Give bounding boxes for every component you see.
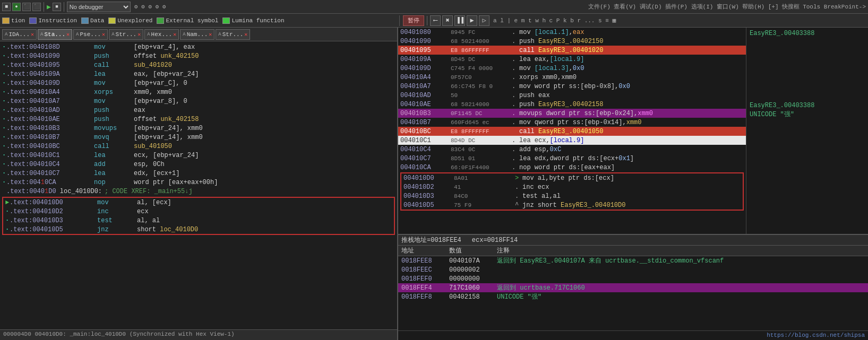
loop-row-1: ► .text:004010D0 mov al, [ecx]: [3, 198, 394, 207]
loc-label-line: .text:00401D0 loc_4010D0: ; CODE XREF: _…: [0, 187, 397, 196]
dr-row-5: 0040109D C745 F4 0000 . mov [local.3],0x…: [398, 64, 746, 73]
dr-row-9: 004010AE 68 58214000 . push EasyRE3_.004…: [398, 100, 746, 109]
debug-icon-3[interactable]: ▐▐: [454, 15, 465, 26]
left-panel: A IDA... ✕ A Sta... ✕ A Pse... ✕ A Str..…: [0, 28, 398, 340]
loop-row-2: · .text:004010D2 inc ecx: [3, 207, 394, 216]
legend-lumina: Lumina function: [222, 18, 284, 24]
legend-data: Data: [81, 18, 104, 24]
tab-ida[interactable]: A IDA... ✕: [2, 29, 37, 40]
table-row: · .text:00410CA nop word ptr [eax+eax+00…: [0, 178, 397, 187]
legend-external: External symbol: [157, 18, 218, 24]
table-row: · .text:004010B3 movups [ebp+var_24], xm…: [0, 124, 397, 133]
legend-instruction: Instruction: [29, 18, 77, 24]
toolbar-icon-1[interactable]: ■: [2, 3, 11, 11]
dr-row-13: 004010C1 8D4D DC . lea ecx,[local.9]: [398, 136, 746, 145]
dr-loop-1: 004010D0 8A01 > mov al,byte ptr ds:[ecx]: [401, 173, 743, 182]
toolbar-separator-1: [44, 2, 44, 12]
table-row: · .text:00401095 call sub_401020: [0, 60, 397, 69]
loop-row-4: · .text:004010D5 jnz short loc_4010D0: [3, 225, 394, 234]
table-row: · .text:0040108D mov [ebp+var_4], eax: [0, 42, 397, 51]
legend-unexplored: Unexplored: [108, 18, 152, 24]
reg-comment-1: EasyRE3_.00403388: [746, 29, 868, 38]
table-row: · .text:004010BC call sub_401050: [0, 142, 397, 151]
memory-header: 地址 数值 注释: [398, 246, 868, 256]
toolbar-stop[interactable]: ■: [53, 3, 61, 11]
mem-row-2: 0018FEEC 00000002: [398, 265, 868, 274]
debug-icon-1[interactable]: ⟵: [430, 15, 441, 26]
secondary-toolbar: tion Instruction Data Unexplored Externa…: [0, 14, 868, 28]
right-disasm[interactable]: 00401080 8945 FC . mov [local.1],eax 004…: [398, 28, 746, 234]
tabs-bar: A IDA... ✕ A Sta... ✕ A Pse... ✕ A Str..…: [0, 28, 397, 41]
table-row: · .text:004010AD push eax: [0, 106, 397, 115]
right-panel: 00401080 8945 FC . mov [local.1],eax 004…: [398, 28, 868, 340]
dr-row-8: 004010AD 50 . push eax: [398, 91, 746, 100]
table-row: · .text:004010A4 xorps xmm0, xmm0: [0, 88, 397, 97]
tab-pse[interactable]: A Pse... ✕: [73, 29, 108, 40]
mem-row-3: 0018FEF0 00000000: [398, 274, 868, 283]
table-row: · .text:004010A7 mov [ebp+var_8], 0: [0, 97, 397, 106]
memory-table[interactable]: 0018FEE8 0040107A 返回到 EasyRE3_.0040107A …: [398, 256, 868, 330]
dr-row-3: 00401095 E8 86FFFFFF call EasyRE3_.00401…: [398, 46, 746, 55]
table-row: · .text:0040109A lea eax, [ebp+var_24]: [0, 69, 397, 79]
right-reg-panel: EasyRE3_.00403388 EasyRE3_.00403388 UNIC…: [746, 28, 868, 234]
reg-comment-3: UNICODE "强": [746, 110, 868, 119]
dr-row-7: 004010A7 66:C745 F8 0 . mov word ptr ss:…: [398, 82, 746, 91]
dr-row-15: 004010C7 8D51 01 . lea edx,dword ptr ds:…: [398, 154, 746, 163]
dr-row-12: 004010BC E8 8FFFFFFF call EasyRE3_.00401…: [398, 127, 746, 136]
debug-icon-4[interactable]: ▶: [467, 15, 477, 26]
table-row: · .text:004010C7 lea edx, [ecx+1]: [0, 169, 397, 178]
table-row: · .text:004010C4 add esp, 0Ch: [0, 160, 397, 169]
dr-row-16: 004010CA 66:0F1F4400 . nop word ptr ds:[…: [398, 163, 746, 172]
toolbar-icon-green[interactable]: ●: [12, 3, 21, 11]
bottom-panels: 推栈地址=0018FEE4 ecx=0018FF14 地址 数值 注释 0018…: [398, 234, 868, 340]
mem-row-1: 0018FEE8 0040107A 返回到 EasyRE3_.0040107A …: [398, 256, 868, 265]
legend-tion: tion: [2, 18, 25, 24]
dr-row-2: 00401090 68 50214000 . push EasyRE3_.004…: [398, 37, 746, 46]
loop-box: ► .text:004010D0 mov al, [ecx] · .text:0…: [2, 197, 395, 235]
top-toolbar: ■ ● ⬛ ⬛ ▶ ■ No debuggerNo debugger ⚙ ⚙ ⚙…: [0, 0, 868, 14]
toolbar-icon-3[interactable]: ⬛: [22, 3, 31, 11]
debug-icon-5[interactable]: ▷: [479, 15, 489, 26]
dr-row-10: 004010B3 0F1145 DC . movups dword ptr ss…: [398, 109, 746, 118]
tab-nam[interactable]: A Nam... ✕: [180, 29, 214, 40]
toolbar-play[interactable]: ▶: [47, 3, 51, 11]
loop-row-3: · .text:004010D3 test al, al: [3, 216, 394, 225]
debug-icon-2[interactable]: ✖: [442, 15, 453, 26]
legend-bar: tion Instruction Data Unexplored Externa…: [2, 18, 398, 24]
reg-comment-2: EasyRE3_.00403388: [746, 101, 868, 110]
table-row: · .text:00401090 push offset unk_402150: [0, 51, 397, 60]
status-bar: 000004D0 004010D0: _main:loc_4010D0 (Syn…: [0, 329, 397, 340]
table-row: · .text:004010C1 lea ecx, [ebp+var_24]: [0, 151, 397, 160]
dr-row-14: 004010C4 83C4 0C . add esp,0xC: [398, 145, 746, 154]
disasm-view[interactable]: · .text:0040108D mov [ebp+var_4], eax · …: [0, 41, 397, 329]
dr-loop-2: 004010D2 41 . inc ecx: [401, 182, 743, 191]
stack-info-bar: 推栈地址=0018FEE4 ecx=0018FF14: [398, 235, 868, 246]
table-row: · .text:004010B7 movq [ebp+var_14], xmm0: [0, 133, 397, 142]
mem-row-5: 0018FEF8 00402158 UNICODE "强": [398, 292, 868, 301]
dr-row-4: 0040109A 8D45 DC . lea eax,[local.9]: [398, 55, 746, 64]
pause-button[interactable]: 暂停: [403, 15, 424, 26]
dr-row-6: 004010A4 0F57C0 . xorps xmm0,xmm0: [398, 73, 746, 82]
tab-str1[interactable]: A Str... ✕: [109, 29, 143, 40]
mem-row-4: 0018FEF4 717C1060 返回到 ucrtbase.717C1060: [398, 283, 868, 292]
debug-sep: [427, 16, 427, 25]
toolbar-icon-4[interactable]: ⬛: [32, 3, 41, 11]
debugger-select[interactable]: No debuggerNo debugger: [67, 2, 131, 12]
dr-row-1: 00401080 8945 FC . mov [local.1],eax: [398, 28, 746, 37]
table-row: · .text:0040109D mov [ebp+var_C], 0: [0, 79, 397, 88]
url-bar: https://blog.csdn.net/shipsa: [398, 330, 868, 340]
toolbar-ext-btns: ⚙ ⚙ ⚙ ⚙ ⚙: [134, 3, 166, 10]
dr-row-11: 004010B7 660Fd645 ec . mov qword ptr ss:…: [398, 118, 746, 127]
table-row: · .text:004010AE push offset unk_402158: [0, 115, 397, 124]
right-toolbar: 文件(F) 查看(V) 调试(D) 插件(P) 选项(I) 窗口(W) 帮助(H…: [588, 3, 866, 11]
tab-hex[interactable]: A Hex... ✕: [144, 29, 179, 40]
tab-str2[interactable]: A Str... ✕: [216, 29, 250, 40]
tab-sta[interactable]: A Sta... ✕: [38, 29, 72, 40]
toolbar-separator-2: [64, 2, 64, 12]
dr-loop-4: 004010D5 75 F9 ^ jnz short EasyRE3_.0040…: [401, 200, 743, 210]
dr-loop-3: 004010D3 84C0 . test al,al: [401, 191, 743, 200]
